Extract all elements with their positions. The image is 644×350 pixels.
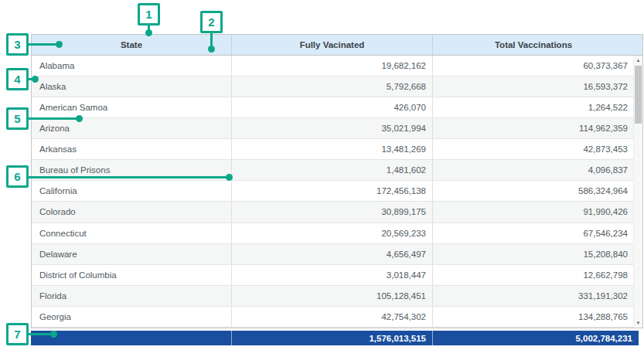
total-vaccinations-cell: 42,873,453 xyxy=(433,139,634,159)
table-row[interactable]: Georgia42,754,302134,288,765 xyxy=(32,307,634,328)
total-vaccinations-cell: 114,962,359 xyxy=(433,118,634,138)
callout-4-dot xyxy=(32,76,39,83)
state-cell: California xyxy=(32,181,232,201)
state-cell: Connecticut xyxy=(32,223,232,243)
total-vaccinations-cell: 586,324,964 xyxy=(433,181,634,201)
callout-1-marker: 1 xyxy=(138,3,160,25)
scroll-down-icon[interactable]: ▼ xyxy=(634,318,642,328)
state-cell: American Samoa xyxy=(32,97,232,117)
total-vaccinations-cell: 16,593,372 xyxy=(433,76,634,97)
fully-vacinated-cell: 5,792,668 xyxy=(232,76,433,97)
fully-vacinated-cell: 426,070 xyxy=(232,97,433,117)
fully-vacinated-cell: 35,021,994 xyxy=(232,118,433,138)
data-table: State Fully Vacinated Total Vaccinations… xyxy=(31,34,643,328)
header-filler xyxy=(634,35,642,55)
column-header-total-vaccinations[interactable]: Total Vaccinations xyxy=(433,35,634,55)
totals-total-vaccinations-cell: 5,002,784,231 xyxy=(433,331,639,345)
callout-3-connector xyxy=(26,43,57,46)
total-vaccinations-cell: 12,662,798 xyxy=(433,265,634,285)
callout-6-marker: 6 xyxy=(6,165,29,188)
total-vaccinations-cell: 4,096,837 xyxy=(433,160,634,180)
totals-row: 1,576,013,515 5,002,784,231 xyxy=(31,331,639,345)
fully-vacinated-cell: 172,456,138 xyxy=(232,181,433,201)
fully-vacinated-cell: 105,128,451 xyxy=(232,286,433,306)
callout-1-dot xyxy=(145,29,152,36)
table-row[interactable]: Colorado30,899,17591,990,426 xyxy=(32,202,634,223)
table-row[interactable]: Arizona35,021,994114,962,359 xyxy=(32,118,634,139)
state-cell: Arizona xyxy=(32,118,232,138)
state-cell: District of Columbia xyxy=(32,265,232,285)
column-header-fully-vacinated[interactable]: Fully Vacinated xyxy=(232,35,433,55)
vaccination-table-page: State Fully Vacinated Total Vaccinations… xyxy=(0,0,644,350)
fully-vacinated-cell: 3,018,447 xyxy=(232,265,433,285)
callout-2-dot xyxy=(208,46,215,53)
callout-6-connector xyxy=(26,176,227,178)
fully-vacinated-cell: 1,481,602 xyxy=(232,160,433,180)
table-row[interactable]: American Samoa426,0701,264,522 xyxy=(32,97,634,118)
state-cell: Alabama xyxy=(32,56,232,76)
table-row[interactable]: California172,456,138586,324,964 xyxy=(32,181,634,202)
table-header-row: State Fully Vacinated Total Vaccinations xyxy=(32,35,642,56)
table-row[interactable]: District of Columbia3,018,44712,662,798 xyxy=(32,265,634,286)
fully-vacinated-cell: 4,656,497 xyxy=(232,244,433,264)
total-vaccinations-cell: 1,264,522 xyxy=(433,97,634,117)
table-row[interactable]: Florida105,128,451331,191,302 xyxy=(32,286,634,307)
callout-6-dot xyxy=(226,174,233,181)
state-cell: Alaska xyxy=(32,76,232,97)
fully-vacinated-cell: 30,899,175 xyxy=(232,202,433,222)
callout-5-connector xyxy=(26,117,77,120)
total-vaccinations-cell: 331,191,302 xyxy=(433,286,634,306)
callout-2-connector xyxy=(210,32,213,47)
state-cell: Colorado xyxy=(32,202,232,222)
callout-5-dot xyxy=(76,115,83,122)
table-body: Alabama19,682,16260,373,367Alaska5,792,6… xyxy=(32,56,634,328)
total-vaccinations-cell: 67,546,234 xyxy=(433,223,634,243)
callout-3-marker: 3 xyxy=(6,33,29,56)
table-row[interactable]: Alaska5,792,66816,593,372 xyxy=(32,76,634,97)
state-cell: Delaware xyxy=(32,244,232,264)
total-vaccinations-cell: 91,990,426 xyxy=(433,202,634,222)
total-vaccinations-cell: 134,288,765 xyxy=(433,307,634,327)
scrollbar-thumb[interactable] xyxy=(635,66,642,124)
vertical-scrollbar[interactable]: ▲ ▼ xyxy=(633,56,642,328)
fully-vacinated-cell: 20,569,233 xyxy=(232,223,433,243)
callout-7-connector xyxy=(26,333,53,335)
table-row[interactable]: Delaware4,656,49715,208,840 xyxy=(32,244,634,265)
total-vaccinations-cell: 15,208,840 xyxy=(433,244,634,264)
fully-vacinated-cell: 13,481,269 xyxy=(232,139,433,159)
state-cell: Arkansas xyxy=(32,139,232,159)
total-vaccinations-cell: 60,373,367 xyxy=(433,56,634,76)
state-cell: Florida xyxy=(32,286,232,306)
state-cell: Georgia xyxy=(32,307,232,327)
scroll-up-icon[interactable]: ▲ xyxy=(634,56,642,65)
table-row[interactable]: Alabama19,682,16260,373,367 xyxy=(32,56,634,76)
totals-fully-vacinated-cell: 1,576,013,515 xyxy=(232,331,433,345)
fully-vacinated-cell: 42,754,302 xyxy=(232,307,433,327)
table-row[interactable]: Arkansas13,481,26942,873,453 xyxy=(32,139,634,160)
fully-vacinated-cell: 19,682,162 xyxy=(232,56,433,76)
callout-7-dot xyxy=(50,331,57,338)
callout-5-marker: 5 xyxy=(6,107,29,130)
callout-4-marker: 4 xyxy=(6,68,29,90)
callout-7-marker: 7 xyxy=(6,323,29,345)
callout-2-marker: 2 xyxy=(200,11,223,33)
table-row[interactable]: Connecticut20,569,23367,546,234 xyxy=(32,223,634,244)
totals-state-cell xyxy=(31,331,232,345)
callout-3-dot xyxy=(56,41,63,48)
